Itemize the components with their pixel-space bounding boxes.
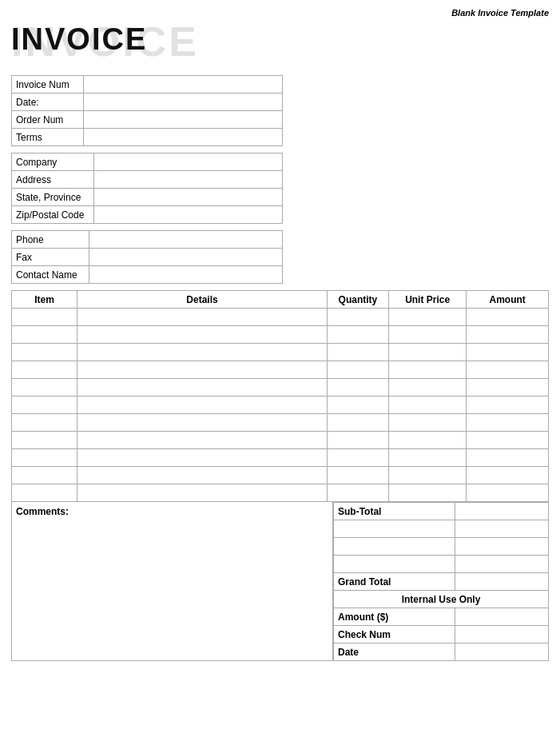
qty-cell[interactable] (327, 449, 388, 467)
address-value[interactable] (94, 171, 283, 189)
fax-value[interactable] (89, 249, 282, 266)
item-cell[interactable] (12, 361, 77, 379)
amt-cell[interactable] (467, 379, 549, 396)
state-value[interactable] (94, 189, 283, 206)
details-cell[interactable] (77, 326, 328, 344)
invoice-info-table: Invoice Num Date: Order Num Terms (11, 75, 283, 146)
order-num-value[interactable] (84, 111, 283, 129)
amt-cell[interactable] (467, 484, 549, 502)
up-cell[interactable] (388, 467, 466, 484)
extra-label-3 (334, 556, 455, 573)
table-row (12, 309, 549, 326)
up-cell[interactable] (388, 379, 466, 396)
details-cell[interactable] (77, 361, 328, 379)
company-value[interactable] (94, 153, 283, 171)
company-info-table: Company Address State, Province Zip/Post… (11, 153, 283, 224)
up-cell[interactable] (388, 396, 466, 414)
item-cell[interactable] (12, 309, 77, 326)
invoice-title-area: INVOICE INVOICE (11, 21, 549, 69)
qty-cell[interactable] (327, 326, 388, 344)
item-cell[interactable] (12, 484, 77, 502)
details-cell[interactable] (77, 467, 328, 484)
up-cell[interactable] (388, 432, 466, 449)
subtotal-row: Sub-Total (334, 503, 549, 520)
amt-cell[interactable] (467, 449, 549, 467)
state-row: State, Province (12, 189, 283, 206)
quantity-header: Quantity (327, 291, 388, 309)
table-row (12, 396, 549, 414)
qty-cell[interactable] (327, 432, 388, 449)
up-cell[interactable] (388, 344, 466, 361)
item-cell[interactable] (12, 467, 77, 484)
comments-label: Comments: (16, 506, 69, 517)
details-cell[interactable] (77, 449, 328, 467)
qty-cell[interactable] (327, 467, 388, 484)
item-cell[interactable] (12, 344, 77, 361)
extra-value-3[interactable] (455, 556, 549, 573)
up-cell[interactable] (388, 326, 466, 344)
internal-date-row: Date (334, 643, 549, 661)
item-cell[interactable] (12, 396, 77, 414)
up-cell[interactable] (388, 361, 466, 379)
details-cell[interactable] (77, 309, 328, 326)
amt-cell[interactable] (467, 396, 549, 414)
qty-cell[interactable] (327, 309, 388, 326)
item-cell[interactable] (12, 414, 77, 432)
item-cell[interactable] (12, 432, 77, 449)
details-cell[interactable] (77, 432, 328, 449)
amt-cell[interactable] (467, 467, 549, 484)
terms-value[interactable] (84, 129, 283, 146)
amt-cell[interactable] (467, 326, 549, 344)
up-cell[interactable] (388, 309, 466, 326)
details-cell[interactable] (77, 414, 328, 432)
table-row (12, 379, 549, 396)
extra-row-2 (334, 538, 549, 556)
up-cell[interactable] (388, 449, 466, 467)
check-num-label: Check Num (334, 626, 455, 643)
contact-name-row: Contact Name (12, 266, 283, 284)
qty-cell[interactable] (327, 484, 388, 502)
up-cell[interactable] (388, 414, 466, 432)
company-row: Company (12, 153, 283, 171)
amount-dollars-value[interactable] (455, 608, 549, 626)
subtotal-value[interactable] (455, 503, 549, 520)
invoice-num-value[interactable] (84, 76, 283, 94)
extra-label-1 (334, 520, 455, 538)
qty-cell[interactable] (327, 379, 388, 396)
item-cell[interactable] (12, 326, 77, 344)
amt-cell[interactable] (467, 414, 549, 432)
details-cell[interactable] (77, 379, 328, 396)
address-row: Address (12, 171, 283, 189)
qty-cell[interactable] (327, 361, 388, 379)
phone-value[interactable] (89, 231, 282, 249)
top-label-area: Blank Invoice Template (11, 8, 549, 18)
qty-cell[interactable] (327, 344, 388, 361)
check-num-value[interactable] (455, 626, 549, 643)
qty-cell[interactable] (327, 396, 388, 414)
zip-label: Zip/Postal Code (12, 206, 94, 224)
amt-cell[interactable] (467, 432, 549, 449)
amt-cell[interactable] (467, 309, 549, 326)
grandtotal-value[interactable] (455, 573, 549, 591)
zip-value[interactable] (94, 206, 283, 224)
extra-value-2[interactable] (455, 538, 549, 556)
item-cell[interactable] (12, 449, 77, 467)
address-label: Address (12, 171, 94, 189)
details-header: Details (77, 291, 328, 309)
details-cell[interactable] (77, 344, 328, 361)
details-cell[interactable] (77, 396, 328, 414)
amt-cell[interactable] (467, 361, 549, 379)
date-value[interactable] (84, 94, 283, 111)
comments-area[interactable]: Comments: (11, 502, 333, 661)
internal-date-value[interactable] (455, 643, 549, 661)
qty-cell[interactable] (327, 414, 388, 432)
contact-name-value[interactable] (89, 266, 282, 284)
grandtotal-row: Grand Total (334, 573, 549, 591)
extra-value-1[interactable] (455, 520, 549, 538)
details-cell[interactable] (77, 484, 328, 502)
date-label: Date: (12, 94, 84, 111)
table-row (12, 484, 549, 502)
amt-cell[interactable] (467, 344, 549, 361)
up-cell[interactable] (388, 484, 466, 502)
item-cell[interactable] (12, 379, 77, 396)
